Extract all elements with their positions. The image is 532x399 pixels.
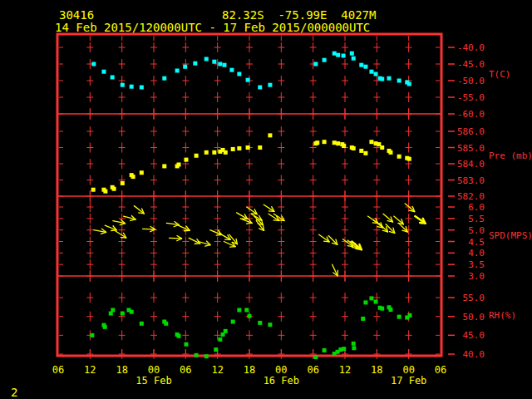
y-tick-label: 4.5 — [468, 237, 485, 248]
data-point — [140, 86, 144, 90]
y-tick-label: 45.0 — [463, 330, 485, 341]
data-point — [229, 68, 234, 72]
data-point — [91, 188, 96, 192]
y-tick-label: -45.0 — [457, 59, 485, 70]
y-tick-label: 5.0 — [468, 225, 485, 236]
wind-arrow — [94, 229, 106, 234]
data-point — [131, 175, 135, 179]
data-point — [237, 308, 241, 312]
data-point — [268, 323, 272, 327]
data-point — [177, 334, 181, 338]
date-label: 15 Feb — [135, 375, 171, 387]
data-point — [222, 63, 226, 67]
y-tick-label: 584.0 — [457, 159, 485, 170]
data-point — [363, 65, 367, 69]
wind-arrow — [189, 238, 200, 244]
date-label: 17 Feb — [391, 375, 426, 387]
data-point — [103, 325, 107, 329]
data-point — [195, 353, 199, 357]
data-point — [237, 72, 241, 76]
data-point — [248, 314, 252, 318]
data-point — [101, 70, 106, 74]
data-point — [369, 70, 373, 74]
data-point — [204, 354, 209, 358]
data-point — [121, 181, 125, 185]
data-point — [352, 342, 356, 346]
data-point — [224, 150, 228, 155]
data-point — [111, 308, 115, 312]
data-point — [313, 62, 318, 66]
grid — [59, 36, 440, 359]
wind-arrow — [405, 204, 414, 212]
data-point — [130, 310, 134, 314]
data-point — [111, 76, 115, 80]
wind-arrow — [373, 219, 382, 228]
data-point — [336, 53, 340, 57]
data-point — [374, 72, 378, 76]
y-tick-label: 40.0 — [463, 349, 485, 360]
y-tick-label: -50.0 — [457, 76, 485, 86]
data-point — [387, 76, 392, 81]
data-point — [336, 141, 340, 145]
data-point — [397, 79, 401, 83]
x-tick-label: 06 — [307, 364, 318, 376]
wind-arrow — [268, 214, 279, 220]
data-point — [177, 162, 181, 166]
x-tick-label: 18 — [371, 364, 382, 376]
wind_speed-series — [94, 204, 426, 276]
data-point — [361, 317, 365, 321]
temperature-axis-label: T(C) — [489, 69, 511, 80]
x-tick-label: 18 — [244, 364, 255, 376]
data-point — [183, 65, 187, 69]
data-point — [162, 164, 166, 168]
data-point — [380, 307, 384, 311]
x-tick-label: 18 — [116, 364, 127, 376]
data-point — [315, 140, 319, 145]
y-tick-label: 6.0 — [468, 202, 485, 213]
y-tick-label: -60.0 — [457, 109, 485, 120]
data-point — [369, 140, 373, 144]
wind-arrow — [166, 222, 179, 227]
data-point — [380, 77, 384, 81]
wind-arrow — [264, 204, 274, 211]
data-point — [258, 321, 262, 325]
wind-arrow — [415, 216, 425, 224]
wind_speed-axis-label: SPD(MPS) — [489, 230, 532, 241]
x-tick-label: 06 — [435, 364, 446, 376]
wind-arrow — [328, 236, 337, 245]
data-point — [214, 347, 218, 352]
wind-arrow — [332, 264, 338, 276]
y-tick-label: 3.0 — [468, 271, 485, 282]
data-point — [268, 133, 272, 137]
data-point — [268, 83, 272, 87]
wind-arrow — [210, 230, 222, 235]
data-point — [112, 187, 116, 191]
data-point — [374, 299, 378, 303]
data-point — [397, 155, 401, 159]
wind-arrow — [247, 207, 257, 214]
data-point — [130, 85, 134, 89]
data-point — [218, 62, 222, 66]
data-point — [218, 337, 222, 342]
data-point — [352, 146, 356, 150]
wind-arrow — [134, 206, 144, 214]
y-tick-label: 585.0 — [457, 143, 485, 154]
data-point — [258, 86, 262, 90]
x-tick-label: 06 — [52, 364, 64, 376]
data-point — [313, 355, 318, 359]
x-tick-label: 00 — [148, 364, 160, 376]
temperature-series — [91, 52, 411, 90]
data-point — [380, 145, 384, 150]
x-axis: 0612180006121800061218000615 Feb16 Feb17… — [52, 364, 446, 387]
x-tick-label: 12 — [211, 364, 223, 376]
data-point — [342, 347, 346, 351]
wind-arrow — [237, 213, 248, 219]
x-tick-label: 06 — [180, 364, 191, 376]
x-tick-label: 00 — [402, 364, 414, 376]
data-point — [193, 62, 197, 66]
y-tick-label: 4.0 — [468, 248, 485, 259]
data-point — [363, 151, 367, 155]
data-point — [352, 346, 356, 350]
page-number: 2 — [11, 386, 17, 399]
data-point — [140, 322, 144, 326]
